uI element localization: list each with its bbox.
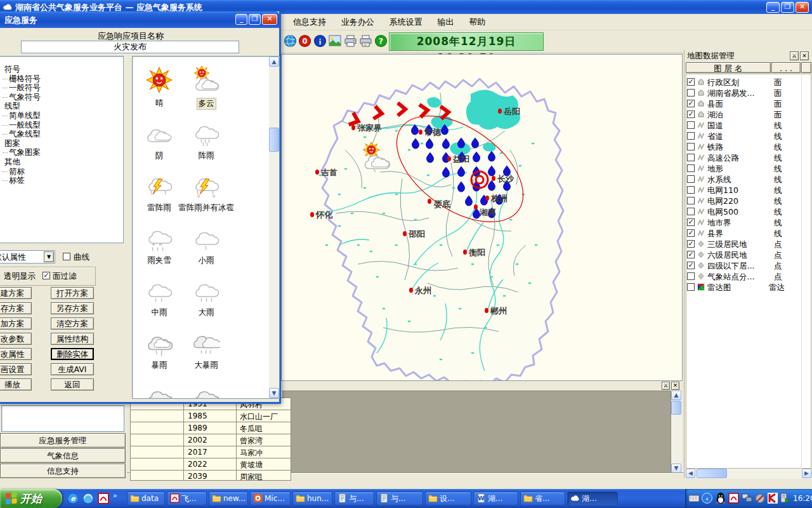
layer-row[interactable]: ✓四级以下居...点	[685, 260, 809, 271]
help-icon[interactable]: ?	[374, 34, 388, 48]
layer-row[interactable]: 雷达图雷达	[685, 282, 809, 293]
column-header-layer-name[interactable]: 图 层 名	[686, 62, 771, 73]
close-icon[interactable]: ✕	[800, 51, 809, 60]
weather-symbol-item[interactable]: 多云	[176, 66, 237, 110]
layer-row[interactable]: ✓湖泊面	[685, 109, 809, 120]
symbol-tree-panel[interactable]: 符号 栅格符号 一般符号 气象符号 线型 简单线型 一般线型 气象线型 图案 气…	[0, 56, 124, 243]
menu-system-settings[interactable]: 系统设置	[383, 14, 429, 30]
layer-row[interactable]: 省道线	[685, 131, 809, 142]
tree-item[interactable]: 一般线型	[3, 120, 123, 130]
save-plan-button[interactable]: 存方案	[0, 302, 32, 314]
clear-plan-button[interactable]: 清空方案	[51, 318, 94, 330]
menu-info-support[interactable]: 信息支持	[287, 14, 332, 30]
scrollbar-thumb[interactable]	[269, 128, 279, 152]
layer-row[interactable]: 电网110线	[685, 185, 809, 196]
scroll-left-icon[interactable]: ◀	[686, 469, 695, 478]
scroll-down-icon[interactable]: ▼	[269, 388, 279, 398]
layer-checkbox[interactable]: ✓	[687, 229, 695, 237]
pin-icon[interactable]: ⚔	[790, 51, 799, 60]
table-row[interactable]: 1989冬瓜咀	[131, 422, 291, 434]
layer-row[interactable]: ✓行政区划面	[685, 77, 809, 88]
layer-checkbox[interactable]	[687, 89, 695, 97]
curve-checkbox[interactable]	[63, 253, 70, 260]
weather-symbol-item[interactable]: 大暴雨	[176, 328, 237, 371]
layer-checkbox[interactable]: ✓	[687, 100, 695, 107]
start-button[interactable]: 开始	[0, 489, 62, 508]
tray-clock[interactable]: 16:20	[793, 494, 812, 503]
minimize-button[interactable]: _	[766, 2, 780, 13]
layer-checkbox[interactable]	[687, 121, 695, 129]
minimize-button[interactable]: _	[235, 14, 247, 25]
info-icon[interactable]: i	[313, 34, 327, 48]
weather-symbol-item[interactable]: 阵雨	[176, 119, 237, 161]
info-support-button[interactable]: 信息支持	[0, 464, 126, 478]
layers-h-scrollbar[interactable]: ◀ ▶	[686, 469, 811, 479]
table-row[interactable]: 2002曾家湾	[131, 434, 291, 446]
save-as-plan-button[interactable]: 另存方案	[51, 302, 94, 314]
layer-row[interactable]: 国道线	[685, 120, 809, 131]
ie-icon[interactable]: e	[67, 493, 79, 504]
bottom-panel-scrollbar[interactable]: ▲ ▼	[671, 391, 682, 473]
close-icon[interactable]: ✕	[671, 382, 679, 390]
browser-icon[interactable]	[82, 493, 94, 504]
edit-params-button[interactable]: 改参数	[0, 333, 32, 345]
keyboard-icon[interactable]	[689, 495, 699, 502]
chevron-down-icon[interactable]: ▼	[44, 251, 54, 262]
network-icon[interactable]	[742, 493, 752, 503]
layer-row[interactable]: ✓县界线	[685, 228, 809, 239]
tree-item[interactable]: 标签	[3, 175, 123, 185]
dialog-title-bar[interactable]: 应急服务 _ ❐ ✕	[0, 11, 279, 28]
close-button[interactable]: ✕	[262, 14, 277, 25]
layer-row[interactable]: ✓三级居民地点	[685, 239, 809, 250]
project-name-input[interactable]	[21, 41, 239, 53]
language-bar-icon[interactable]: ‹	[702, 493, 712, 504]
layer-checkbox[interactable]	[687, 208, 695, 215]
tree-group[interactable]: 线型	[4, 101, 123, 110]
open-plan-button[interactable]: 打开方案	[51, 287, 94, 299]
layer-row[interactable]: 湖南省易发...面	[685, 88, 809, 98]
symbols-scrollbar[interactable]: ▲ ▼	[269, 57, 280, 398]
layer-row[interactable]: 水系线线	[685, 174, 809, 185]
taskbar-task[interactable]: 设...	[425, 491, 471, 506]
tree-item[interactable]: 气象符号	[3, 92, 123, 102]
menu-business[interactable]: 业务办公	[335, 14, 381, 30]
column-header-dots[interactable]: . . .	[771, 62, 801, 73]
qq-penguin-icon[interactable]	[716, 492, 726, 504]
weather-symbol-item[interactable]: 大雨	[176, 276, 237, 318]
stop-icon[interactable]: 0	[298, 34, 311, 48]
add-plan-button[interactable]: 加方案	[0, 318, 32, 330]
layer-checkbox[interactable]	[687, 175, 695, 183]
layer-row[interactable]: ✓六级居民地点	[685, 250, 809, 260]
scroll-up-icon[interactable]: ▲	[269, 57, 279, 67]
pin-icon[interactable]: ⚔	[662, 382, 670, 390]
taskbar-task[interactable]: 与...	[376, 491, 423, 506]
layer-row[interactable]: 铁路线	[685, 142, 809, 152]
layer-row[interactable]: 电网500线	[685, 206, 809, 217]
return-button[interactable]: 返回	[51, 378, 94, 391]
layer-row[interactable]: 电网220线	[685, 196, 809, 206]
scrollbar-thumb[interactable]	[697, 469, 727, 478]
taskbar-task-active[interactable]: 湖...	[567, 491, 618, 506]
table-row[interactable]: 1985水口山一厂	[131, 410, 291, 422]
layer-checkbox[interactable]	[687, 272, 695, 280]
layer-checkbox[interactable]	[687, 186, 695, 194]
layer-checkbox[interactable]	[687, 197, 695, 204]
default-attr-combo[interactable]: 改默认属性 ▼	[0, 250, 55, 264]
layer-checkbox[interactable]: ✓	[687, 251, 695, 258]
emergency-service-mgmt-button[interactable]: 应急服务管理	[0, 433, 126, 448]
weather-symbol-item[interactable]	[176, 382, 237, 399]
weather-symbol-item[interactable]: 小雨	[176, 224, 237, 266]
bottom-panel-content[interactable]	[282, 391, 671, 473]
scroll-down-icon[interactable]: ▼	[671, 464, 681, 473]
tree-group[interactable]: 其他	[4, 157, 123, 166]
attr-structure-button[interactable]: 属性结构	[51, 333, 94, 345]
image-icon[interactable]	[329, 35, 341, 46]
tree-group[interactable]: 图案	[4, 138, 123, 148]
delete-entity-button[interactable]: 删除实体	[51, 348, 94, 360]
layer-checkbox[interactable]: ✓	[687, 262, 695, 269]
menu-output[interactable]: 输出	[431, 14, 460, 30]
column-header-partial[interactable]	[801, 62, 811, 73]
restore-button[interactable]: ❐	[781, 2, 794, 13]
scrollbar-thumb[interactable]	[671, 401, 681, 415]
restore-button[interactable]: ❐	[249, 14, 261, 25]
